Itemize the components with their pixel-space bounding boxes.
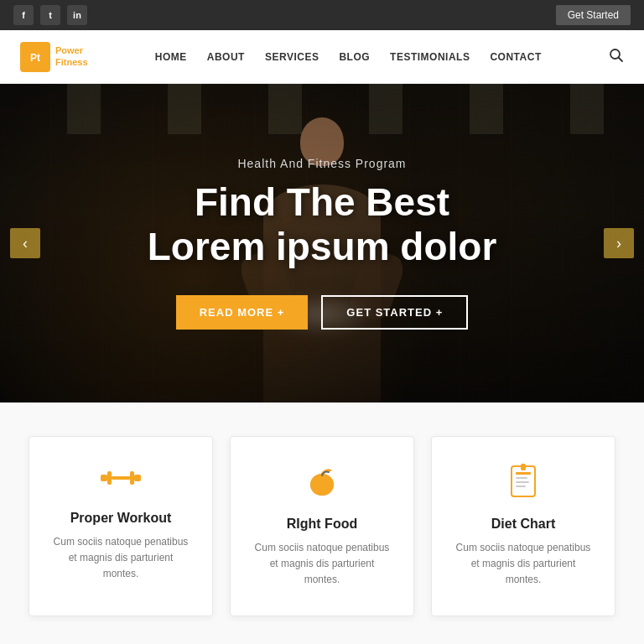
svg-rect-15 (516, 477, 527, 479)
logo-text: Power Fitness (55, 45, 88, 67)
nav-testimonials[interactable]: TESTIMONIALS (390, 51, 470, 63)
card-food: RIght Food Cum sociis natoque penatibus … (230, 436, 414, 616)
top-bar: f t in Get Started (0, 0, 644, 30)
card-workout-title: Proper Workout (49, 511, 192, 526)
linkedin-icon[interactable]: in (67, 5, 87, 25)
search-icon[interactable] (609, 48, 624, 66)
nav-home[interactable]: HOME (155, 51, 187, 63)
dumbbell-icon (49, 464, 192, 499)
card-workout: Proper Workout Cum sociis natoque penati… (29, 436, 213, 616)
logo-icon: Pt (20, 42, 50, 72)
nav-links: HOME ABOUT SERVICES BLOG TESTIMONIALS CO… (155, 51, 542, 63)
card-food-title: RIght Food (251, 517, 393, 532)
svg-rect-6 (112, 476, 130, 480)
food-icon (251, 464, 393, 505)
chart-icon (452, 464, 595, 505)
hero-section: Health And Fitness Program Find The Best… (0, 84, 644, 402)
card-food-text: Cum sociis natoque penatibus et magnis d… (251, 540, 393, 589)
svg-rect-8 (134, 475, 141, 481)
card-diet-text: Cum sociis natoque penatibus et magnis d… (452, 540, 595, 589)
card-workout-text: Cum sociis natoque penatibus et magnis d… (49, 534, 192, 583)
hero-title: Find The Best Lorem ipsum dolor (148, 180, 497, 269)
get-started-hero-button[interactable]: GET STARTED + (321, 295, 468, 330)
get-started-top-button[interactable]: Get Started (556, 5, 631, 25)
svg-rect-17 (516, 486, 526, 487)
hero-next-arrow[interactable]: › (604, 228, 634, 258)
twitter-icon[interactable]: t (40, 5, 60, 25)
logo[interactable]: Pt Power Fitness (20, 42, 88, 72)
nav-about[interactable]: ABOUT (207, 51, 245, 63)
read-more-button[interactable]: READ MORE + (176, 295, 309, 330)
svg-rect-5 (107, 471, 112, 485)
svg-rect-16 (516, 481, 529, 483)
nav-services[interactable]: SERVICES (265, 51, 319, 63)
card-diet: Diet Chart Cum sociis natoque penatibus … (431, 436, 615, 616)
svg-rect-4 (101, 475, 107, 481)
hero-prev-arrow[interactable]: ‹ (10, 228, 40, 258)
svg-rect-18 (521, 464, 526, 470)
hero-buttons: READ MORE + GET STARTED + (148, 295, 497, 330)
facebook-icon[interactable]: f (13, 5, 34, 25)
svg-text:Pt: Pt (30, 52, 40, 64)
cards-section: Proper Workout Cum sociis natoque penati… (0, 402, 644, 644)
nav-contact[interactable]: CONTACT (490, 51, 541, 63)
card-diet-title: Diet Chart (452, 517, 595, 532)
navbar: Pt Power Fitness HOME ABOUT SERVICES BLO… (0, 30, 644, 84)
svg-rect-14 (516, 472, 531, 475)
hero-subtitle: Health And Fitness Program (148, 157, 497, 170)
social-icons: f t in (13, 5, 87, 25)
hero-content: Health And Fitness Program Find The Best… (148, 157, 497, 330)
svg-rect-7 (130, 471, 134, 485)
nav-blog[interactable]: BLOG (339, 51, 370, 63)
svg-line-3 (618, 57, 622, 61)
